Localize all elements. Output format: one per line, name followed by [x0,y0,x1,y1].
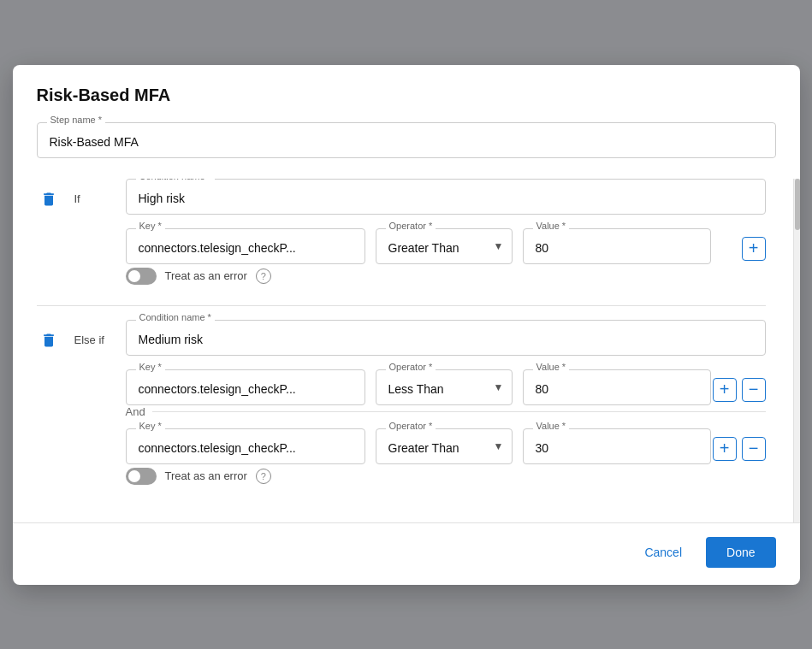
condition-name-label-else-if: Condition name * [136,312,215,322]
operator-field-else-if-1: Operator * Less Than Greater Than Equal … [376,369,513,405]
value-field-else-if-and: Value * [523,428,711,464]
modal-title: Risk-Based MFA [37,86,776,105]
scrollbar-track[interactable] [793,179,800,522]
operator-select-else-if-and[interactable]: Greater Than Less Than Equal To [376,428,513,464]
modal-backdrop: Risk-Based MFA Step name * [0,0,812,649]
operator-label-else-if-and: Operator * [386,421,436,431]
value-field-else-if-1: Value * [523,369,711,405]
add-remove-btns-if: + [742,228,766,261]
step-name-field: Step name * [37,122,776,158]
condition-content-if: Condition name * [126,179,766,285]
and-divider [152,411,766,412]
done-button[interactable]: Done [706,537,775,568]
key-label-else-if-and: Key * [136,421,165,431]
add-remove-btns-else-if-and: + − [713,428,766,461]
treat-error-toggle-if[interactable] [126,268,157,285]
add-condition-row-if-button[interactable]: + [742,237,766,261]
condition-name-field-else-if: Condition name * [126,320,766,356]
key-field-else-if-1: Key * [126,369,365,405]
condition-name-input-else-if[interactable] [126,320,766,356]
condition-content-else-if: Condition name * [126,320,766,485]
operator-label-else-if-1: Operator * [386,362,436,372]
value-label-else-if-and: Value * [533,421,570,431]
modal-dialog: Risk-Based MFA Step name * [13,65,800,585]
step-name-section: Step name * [37,122,776,158]
value-field-if: Value * [523,228,711,264]
operator-field-if: Operator * Greater Than Less Than Equal … [376,228,513,264]
condition-name-label-if: Condition name * [136,179,215,181]
key-label-if: Key * [136,221,165,231]
condition-block-if: If Condition name * [37,179,766,285]
treat-error-label-else-if: Treat as an error [165,469,247,482]
step-name-label: Step name * [47,115,106,125]
operator-select-else-if-1[interactable]: Less Than Greater Than Equal To [376,369,513,405]
scrollbar-thumb [795,179,800,230]
trash-icon [40,191,57,208]
modal-content: If Condition name * [13,179,793,522]
key-input-if[interactable] [126,228,365,264]
fields-row-else-if-1: Key * Operator * [126,369,766,405]
modal-body: If Condition name * [13,179,800,522]
toggle-track-if [126,268,157,285]
toggle-thumb-if [128,270,140,282]
treat-error-label-if: Treat as an error [165,269,247,282]
add-remove-btns-else-if-1: + − [713,369,766,402]
remove-condition-row-else-if-button[interactable]: − [742,378,766,402]
value-label-else-if-1: Value * [533,362,570,372]
treat-error-toggle-else-if[interactable] [126,468,157,485]
condition-block-else-if: Else if Condition name * [37,320,766,485]
treat-error-help-else-if[interactable]: ? [256,469,271,484]
treat-error-help-if[interactable]: ? [256,268,271,284]
and-label-row: And [126,405,766,418]
add-condition-row-else-if-button[interactable]: + [713,378,737,402]
key-label-else-if-1: Key * [136,362,165,372]
remove-and-row-button[interactable]: − [742,437,766,461]
delete-condition-if-button[interactable] [37,179,61,208]
key-field-else-if-and: Key * [126,428,365,464]
condition-name-field-if: Condition name * [126,179,766,215]
key-input-else-if-and[interactable] [126,428,365,464]
divider-1 [37,305,766,306]
trash-icon-2 [40,332,57,349]
operator-field-else-if-and: Operator * Greater Than Less Than Equal … [376,428,513,464]
fields-row-else-if-and: Key * Operator * [126,428,766,464]
operator-select-if[interactable]: Greater Than Less Than Equal To [376,228,513,264]
condition-header-else-if: Else if Condition name * [37,320,766,485]
value-input-else-if-1[interactable] [523,369,711,405]
key-field-if: Key * [126,228,365,264]
cancel-button[interactable]: Cancel [631,539,696,566]
value-label-if: Value * [533,221,570,231]
fields-row-if: Key * Operator * [126,228,766,264]
operator-label-if: Operator * [386,221,436,231]
and-text: And [126,405,145,418]
step-name-input[interactable] [37,122,776,158]
delete-condition-else-if-button[interactable] [37,320,61,349]
value-input-else-if-and[interactable] [523,428,711,464]
value-input-if[interactable] [523,228,711,264]
condition-type-label-else-if: Else if [74,320,112,346]
condition-name-input-if[interactable] [126,179,766,215]
condition-type-label-if: If [74,179,112,205]
treat-error-row-if: Treat as an error ? [126,268,766,285]
condition-header-if: If Condition name * [37,179,766,285]
modal-header: Risk-Based MFA Step name * [13,65,800,179]
bottom-spacer [37,505,766,522]
modal-footer: Cancel Done [13,522,800,585]
key-input-else-if-1[interactable] [126,369,365,405]
treat-error-row-else-if: Treat as an error ? [126,468,766,485]
key-op-val-if: Key * Operator * [126,228,735,264]
toggle-track-else-if [126,468,157,485]
add-and-row-button[interactable]: + [713,437,737,461]
toggle-thumb-else-if [128,470,140,482]
